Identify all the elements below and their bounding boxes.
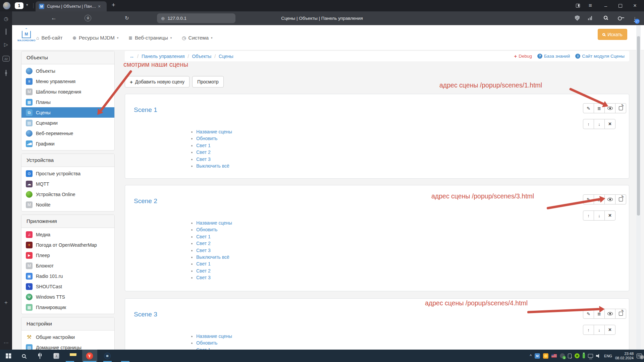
- task-view-button[interactable]: [40, 353, 40, 359]
- window-minimize-button[interactable]: [600, 0, 612, 11]
- majordomo-logo[interactable]: [22, 28, 31, 38]
- tab-close-icon[interactable]: [98, 4, 101, 9]
- reload-button[interactable]: [125, 15, 129, 21]
- downloads-button[interactable]: 17: [634, 15, 636, 21]
- tab-count-badge[interactable]: 22: [3, 56, 10, 62]
- sidebar-item-scenarios[interactable]: Сценарии: [21, 118, 114, 128]
- video-play-icon[interactable]: [4, 42, 8, 48]
- scene-title[interactable]: Scene 1: [134, 106, 157, 114]
- more-dots-icon[interactable]: [4, 340, 9, 346]
- browser-tab[interactable]: Сцены | Объекты | Панель управления: [36, 1, 107, 11]
- move-down-button[interactable]: [594, 325, 605, 335]
- scene-link[interactable]: Свет 2: [196, 149, 232, 156]
- sidebar-item-home-pages[interactable]: Домашние страницы: [21, 342, 114, 350]
- sidebar-item-behavior-templates[interactable]: Шаблоны поведения: [21, 86, 114, 97]
- yandex-home-button[interactable]: [85, 15, 91, 21]
- scene-title[interactable]: Scene 3: [134, 311, 157, 318]
- window-close-button[interactable]: [629, 0, 641, 11]
- scene-link[interactable]: Свет 1: [196, 260, 232, 267]
- debug-link[interactable]: Debug: [514, 53, 532, 59]
- nav-resources-mjdm[interactable]: Ресурсы MJDM: [72, 35, 118, 41]
- back-button[interactable]: [51, 15, 57, 21]
- sidebar-item-web-variables[interactable]: Веб-переменные: [21, 128, 114, 138]
- sidebar-item-player[interactable]: Плеер: [21, 250, 114, 260]
- delete-button[interactable]: [604, 119, 615, 129]
- scene-link[interactable]: Свет 2: [196, 240, 232, 247]
- sidebar-item-devices-online[interactable]: Устройства Online: [21, 189, 114, 199]
- move-up-button[interactable]: [583, 119, 594, 129]
- scene-link[interactable]: Свет 1: [196, 347, 232, 350]
- screenshot-camera-icon[interactable]: [6, 70, 6, 76]
- sidebar-item-shoutcast[interactable]: SHOUTCast: [21, 281, 114, 292]
- strip-add-icon[interactable]: [4, 299, 8, 306]
- taskbar-search-button[interactable]: [22, 354, 26, 358]
- sidebar-item-media[interactable]: Медиа: [21, 229, 114, 240]
- scene-link[interactable]: Выключить всё: [196, 254, 232, 260]
- notification-center-button[interactable]: 2: [637, 354, 642, 358]
- address-bar[interactable]: 127.0.0.1: [157, 13, 235, 23]
- sidebar-item-scheduler[interactable]: Планировщик: [21, 302, 114, 312]
- taskbar-app-cube[interactable]: [54, 353, 59, 359]
- start-button[interactable]: [6, 353, 11, 359]
- sidebar-item-charts[interactable]: Графики: [21, 138, 114, 149]
- scene-link[interactable]: Свет 2: [196, 267, 232, 274]
- breadcrumb-scenes[interactable]: Сцены: [219, 54, 233, 59]
- us-flag-icon[interactable]: [551, 354, 557, 358]
- scene-link[interactable]: Название сцены: [196, 220, 232, 226]
- window-maximize-button[interactable]: [614, 0, 626, 11]
- view-eye-button[interactable]: [604, 194, 615, 204]
- page-scrollbar-thumb[interactable]: [637, 36, 640, 216]
- history-clock-icon[interactable]: [4, 16, 8, 22]
- knowledge-base-link[interactable]: База знаний: [537, 54, 570, 59]
- usb-stick-icon[interactable]: [583, 354, 585, 358]
- preview-button[interactable]: Просмотр: [192, 76, 224, 87]
- sidebar-item-windows-tts[interactable]: Windows TTS: [21, 292, 114, 302]
- sidebar-item-radio101[interactable]: Radio 101.ru: [21, 271, 114, 281]
- move-up-button[interactable]: [583, 210, 594, 221]
- edit-object-button[interactable]: [615, 309, 626, 319]
- usb-safe-remove-icon[interactable]: [568, 354, 572, 358]
- view-eye-button[interactable]: [604, 309, 615, 319]
- sidebar-item-general-settings[interactable]: Общие настройки: [21, 332, 114, 342]
- sidebar-item-noolite[interactable]: Noolite: [21, 199, 114, 210]
- scene-link[interactable]: Название сцены: [196, 333, 232, 340]
- module-site-link[interactable]: Сайт модуля Сцены: [575, 54, 625, 59]
- sidebar-item-control-menu[interactable]: Меню управления: [21, 76, 114, 86]
- scene-link[interactable]: Свет 1: [196, 142, 232, 149]
- sidebar-item-simple-devices[interactable]: Простые устройства: [21, 168, 114, 179]
- taskbar-app-chip[interactable]: [104, 353, 111, 359]
- tray-expand-chevron[interactable]: [530, 354, 532, 358]
- edit-object-button[interactable]: [615, 194, 626, 204]
- edit-object-button[interactable]: [615, 103, 626, 113]
- nav-system[interactable]: Система: [182, 35, 212, 41]
- volume-icon[interactable]: [596, 354, 601, 358]
- sidebar-item-openweathermap[interactable]: Погода от OpenWeatherMap: [21, 240, 114, 250]
- tab-group-caret-icon[interactable]: [26, 3, 28, 7]
- nav-web-pages[interactable]: Веб-страницы: [128, 35, 172, 41]
- scene-link[interactable]: Выключить всё: [196, 163, 232, 169]
- scene-link[interactable]: Свет 3: [196, 156, 232, 163]
- antivirus-spider-icon[interactable]: [575, 353, 580, 358]
- scene-link[interactable]: Свет 3: [196, 247, 232, 254]
- delete-button[interactable]: [604, 210, 615, 221]
- stats-button[interactable]: [588, 16, 592, 20]
- breadcrumb-control-panel[interactable]: Панель управления: [142, 54, 185, 59]
- network-icon[interactable]: [588, 354, 593, 358]
- sidebar-item-plans[interactable]: Планы: [21, 97, 114, 107]
- move-down-button[interactable]: [594, 210, 605, 221]
- edit-pencil-button[interactable]: [583, 103, 594, 113]
- nav-website[interactable]: Веб-сайт: [36, 35, 62, 41]
- sidebar-item-mqtt[interactable]: MQTT: [21, 179, 114, 189]
- add-scene-button[interactable]: Добавить новую сцену: [125, 76, 190, 87]
- search-button[interactable]: Искать: [598, 29, 627, 40]
- move-down-button[interactable]: [594, 119, 605, 129]
- coin-tray-icon[interactable]: [543, 353, 548, 359]
- scene-title[interactable]: Scene 2: [134, 197, 157, 205]
- tab-group-badge[interactable]: 1: [15, 2, 23, 9]
- profile-avatar[interactable]: [3, 2, 10, 9]
- messenger-icon[interactable]: [6, 29, 6, 35]
- new-tab-button[interactable]: [112, 2, 115, 9]
- scene-link[interactable]: Название сцены: [196, 128, 232, 135]
- yandex-browser-button[interactable]: Y: [86, 352, 93, 359]
- scene-link[interactable]: Обновить: [196, 226, 232, 233]
